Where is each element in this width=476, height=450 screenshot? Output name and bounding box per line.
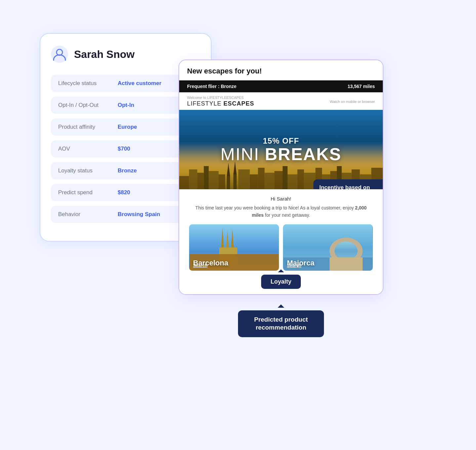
watch-text: Watch on mobile or browser bbox=[330, 100, 375, 104]
scene: Sarah Snow Lifecycle status Active custo… bbox=[40, 26, 436, 424]
welcome-text: Welcome to LIFESTYLEESCAPES bbox=[187, 96, 254, 100]
svg-rect-14 bbox=[258, 168, 264, 189]
brand-bold-text: ESCAPES bbox=[223, 100, 254, 107]
brand-name: LIFESTYLE ESCAPES bbox=[187, 100, 254, 107]
profile-row-loyalty: Loyalty status Bronze bbox=[51, 162, 200, 179]
lifecycle-value: Active customer bbox=[118, 80, 161, 87]
destination-majorca: Majorca Search bbox=[283, 224, 373, 271]
svg-rect-3 bbox=[189, 169, 197, 189]
svg-rect-19 bbox=[298, 169, 304, 189]
svg-rect-15 bbox=[264, 173, 274, 189]
hero-text-main: MINI BREAKS bbox=[220, 146, 341, 163]
svg-rect-17 bbox=[283, 166, 288, 189]
email-message: This time last year you were booking a t… bbox=[189, 204, 373, 219]
email-card: New escapes for you! Frequent flier : Br… bbox=[178, 60, 383, 295]
behavior-label: Behavior bbox=[58, 211, 118, 218]
email-body: Hi Sarah! This time last year you were b… bbox=[179, 189, 383, 294]
loyalty-tooltip-wrapper: Loyalty bbox=[189, 271, 373, 289]
behavior-value: Browsing Spain bbox=[118, 211, 160, 218]
affinity-label: Product affinity bbox=[58, 124, 118, 130]
svg-rect-7 bbox=[218, 174, 225, 189]
profile-row-lifecycle: Lifecycle status Active customer bbox=[51, 75, 200, 92]
miles-label: 13,567 miles bbox=[347, 84, 375, 89]
email-subject: New escapes for you! bbox=[187, 67, 262, 75]
svg-rect-12 bbox=[238, 169, 250, 189]
profile-row-aov: AOV $700 bbox=[51, 140, 200, 158]
barcelona-search[interactable]: Search bbox=[193, 263, 207, 268]
svg-point-37 bbox=[335, 242, 358, 260]
svg-rect-18 bbox=[288, 174, 298, 189]
svg-rect-2 bbox=[179, 176, 189, 189]
svg-rect-5 bbox=[204, 166, 209, 189]
optin-value: Opt-In bbox=[118, 102, 134, 109]
loyalty-text: Loyalty bbox=[270, 278, 291, 285]
loyalty-label: Loyalty status bbox=[58, 167, 118, 174]
email-brand-bar: Welcome to LIFESTYLEESCAPES LIFESTYLE ES… bbox=[179, 92, 383, 110]
email-greeting: Hi Sarah! bbox=[189, 196, 373, 202]
svg-rect-4 bbox=[197, 173, 204, 189]
profile-row-affinity: Product affinity Europe bbox=[51, 118, 200, 136]
avatar bbox=[51, 46, 68, 63]
svg-rect-6 bbox=[209, 171, 218, 189]
svg-marker-8 bbox=[227, 163, 230, 176]
lifecycle-label: Lifecycle status bbox=[58, 80, 118, 87]
incentive-text: Incentive based on customer bahavior bbox=[319, 184, 370, 189]
svg-rect-9 bbox=[227, 176, 230, 189]
profile-row-behavior: Behavior Browsing Spain bbox=[51, 206, 200, 223]
barcelona-image: Barcelona Search bbox=[189, 224, 279, 271]
affinity-value: Europe bbox=[118, 124, 137, 130]
email-tier-bar: Frequent flier : Bronze 13,567 miles bbox=[179, 80, 383, 92]
loyalty-value: Bronze bbox=[118, 167, 137, 174]
svg-rect-39 bbox=[330, 257, 363, 271]
brand-text: LIFESTYLE bbox=[187, 100, 221, 107]
predicted-text: Predicted product recommendation bbox=[254, 316, 308, 331]
loyalty-tooltip: Loyalty bbox=[261, 275, 300, 289]
predicted-arrow bbox=[278, 304, 284, 308]
predict-value: $820 bbox=[118, 189, 130, 196]
predicted-tooltip: Predicted product recommendation bbox=[238, 310, 324, 337]
incentive-tooltip: Incentive based on customer bahavior bbox=[313, 179, 383, 189]
tier-label: Frequent flier : Bronze bbox=[187, 84, 236, 89]
svg-rect-11 bbox=[233, 174, 237, 189]
message-text: This time last year you were booking a t… bbox=[195, 205, 354, 210]
aov-label: AOV bbox=[58, 146, 118, 152]
loyalty-arrow bbox=[278, 269, 284, 272]
email-brand-info: Welcome to LIFESTYLEESCAPES LIFESTYLE ES… bbox=[187, 96, 254, 107]
hero-breaks: BREAKS bbox=[265, 145, 341, 164]
profile-row-predict: Predict spend $820 bbox=[51, 184, 200, 201]
destination-barcelona: Barcelona Search bbox=[189, 224, 279, 271]
svg-rect-16 bbox=[274, 171, 283, 189]
email-inner: New escapes for you! Frequent flier : Br… bbox=[179, 60, 383, 294]
majorca-search[interactable]: Search bbox=[287, 263, 301, 268]
message-end: for your next getaway. bbox=[265, 212, 310, 218]
aov-value: $700 bbox=[118, 146, 130, 152]
email-destinations: Barcelona Search bbox=[189, 224, 373, 271]
svg-rect-13 bbox=[250, 174, 258, 189]
email-title-bar: New escapes for you! bbox=[179, 60, 383, 80]
predict-label: Predict spend bbox=[58, 189, 118, 196]
profile-name: Sarah Snow bbox=[74, 48, 135, 61]
optin-label: Opt-In / Opt-Out bbox=[58, 102, 118, 109]
email-hero: 15% OFF MINI BREAKS Incentive based on c… bbox=[179, 110, 383, 189]
hero-text-top: 15% OFF bbox=[263, 136, 299, 146]
majorca-image: Majorca Search bbox=[283, 224, 373, 271]
profile-row-optin: Opt-In / Opt-Out Opt-In bbox=[51, 97, 200, 114]
profile-header: Sarah Snow bbox=[51, 46, 200, 63]
hero-mini: MINI bbox=[220, 145, 265, 164]
